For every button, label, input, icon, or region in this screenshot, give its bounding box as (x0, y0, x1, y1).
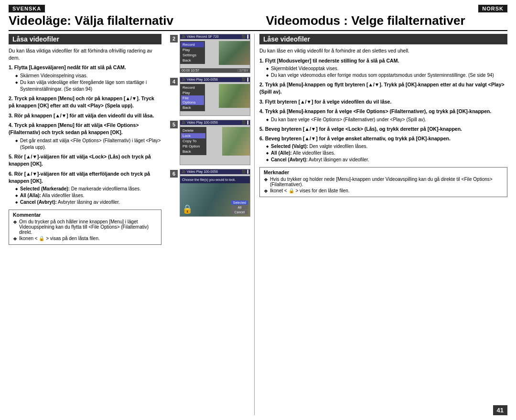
screen-2-bottom: 00:00 10:57 □STBY (180, 68, 250, 73)
left-item-5: 5. Rör [▲/▼]-väljaren för att välja <Loc… (9, 153, 161, 168)
screen-2-frame: 🎥 Video Record SF 720 ⬛▐ Record Play Set… (180, 34, 250, 73)
screen-2-image (219, 41, 250, 65)
screen-4-menu-play: Play (181, 90, 204, 95)
left-item-1: 1. Flytta [Lägesväljaren] nedåt för att … (9, 64, 161, 92)
screen-4-menu: Record Play File Options Back (180, 84, 205, 111)
right-intro: Du kan låse en viktig videofil for å for… (259, 47, 507, 54)
screen-2-menu-play: Play (181, 47, 204, 52)
right-comment-2: ❖ Ikonet < 🔒 > vises for den låste filen… (264, 188, 503, 194)
diamond-icon-1: ❖ (13, 220, 17, 225)
title-right: Videomodus : Velge filalternativer (258, 13, 508, 28)
page-number: 41 (493, 405, 507, 415)
screen-5-menu-delete: Delete (181, 128, 205, 133)
screen-2-menu-settings: Settings (181, 52, 204, 58)
screen-2-menu: Record Play Settings Back (180, 41, 205, 64)
right-item-5: 5. Beveg bryteren [▲/▼] for å velge <Loc… (259, 126, 507, 133)
right-item-1: 1. Flytt [Modusvelger] til nederste stil… (259, 57, 507, 79)
right-column: Låse videofiler Du kan låse en viktig vi… (255, 34, 507, 415)
screen-item-2: 2 🎥 Video Record SF 720 ⬛▐ Record Play S… (170, 34, 250, 73)
left-item-6: 6. Rör [▲/▼]-väljaren för att välja efte… (9, 170, 161, 206)
screen-5-topbar: 🎥 Video Play 100-0056 ⬛▐ (180, 120, 250, 125)
right-comment-1: ❖ Hvis du trykker og holder nede [Menu]-… (264, 177, 503, 187)
screen-5-menu-pboption: PB Option (181, 144, 205, 149)
diamond-icon-4: ❖ (264, 189, 268, 194)
left-item-4: 4. Tryck på knappen [Menu] för att välja… (9, 122, 161, 151)
left-comment-1: ❖ Om du trycker på och håller inne knapp… (13, 219, 157, 235)
screen-item-5: 5 🎥 Video Play 100-0056 ⬛▐ Delete Lock C… (170, 120, 250, 165)
title-row: Videoläge: Välja filalternativ Videomodu… (9, 13, 507, 31)
title-left: Videoläge: Välja filalternativ (9, 13, 250, 28)
screen-2-menu-back: Back (181, 58, 204, 63)
screen-4-menu-record: Record (181, 85, 204, 90)
step-6: 6 (170, 170, 178, 178)
screen-item-4: 4 🎥 Video Play 100-0056 ⬛▐ Record Play F… (170, 77, 250, 116)
diamond-icon-2: ❖ (13, 236, 17, 242)
left-comment-title: Kommentar (13, 212, 157, 218)
right-item-6: 6. Beveg bryteren [▲/▼] for å velge ønsk… (259, 135, 507, 163)
left-item-3: 3. Rör på knappen [▲/▼] för att välja de… (9, 112, 161, 119)
left-item-2: 2. Tryck på knappen [Menu] och rör på kn… (9, 95, 161, 110)
badge-svenska: SVENSKA (9, 5, 45, 12)
left-comment-2: ❖ Ikonen < 🔒 > visas på den låsta filen. (13, 236, 157, 242)
right-comment-box: Merknader ❖ Hvis du trykker og holder ne… (259, 167, 507, 197)
screen-5-frame: 🎥 Video Play 100-0056 ⬛▐ Delete Lock Cop… (180, 120, 250, 165)
screen-4-menu-back: Back (181, 105, 204, 110)
screen-5-image (222, 127, 250, 156)
step-2: 2 (170, 35, 178, 42)
lock-icon: 🔒 (182, 204, 193, 214)
screen-2-topbar: 🎥 Video Record SF 720 ⬛▐ (180, 34, 250, 39)
right-item-3: 3. Flytt bryteren [▲/▼] for å velge vide… (259, 98, 507, 105)
right-comment-title: Merknader (264, 169, 503, 175)
screen-2-menu-record: Record (181, 42, 204, 47)
screen-5-menu-back: Back (181, 149, 205, 154)
screen-6-btn-selected: Selected (231, 200, 248, 205)
right-heading: Låse videofiler (259, 34, 507, 44)
screen-4-topbar: 🎥 Video Play 100-0056 ⬛▐ (180, 77, 250, 82)
screen-item-6: 6 🎥 Video Play 100-0056 ⬛▐ Choose the fi… (170, 169, 250, 217)
page-container: SVENSKA NORSK Videoläge: Välja filaltern… (0, 0, 516, 420)
left-comment-box: Kommentar ❖ Om du trycker på och håller … (9, 210, 161, 245)
screen-5-menu-lock: Lock (181, 133, 205, 138)
screen-6-choose-text: Choose the file(s) you would to lock. (180, 176, 250, 183)
screen-6-btn-all: All (231, 205, 248, 210)
left-heading: Låsa videofiler (9, 34, 161, 44)
left-intro: Du kan låsa viktiga videofiler för att f… (9, 47, 161, 61)
screen-5-menu-copyto: Copy To (181, 138, 205, 144)
screen-6-btn-cancel: Cancel (231, 210, 248, 214)
right-item-2: 2. Trykk på [Menu]-knappen og flytt bryt… (259, 81, 507, 96)
step-4: 4 (170, 78, 178, 85)
screen-6-topbar: 🎥 Video Play 100-0056 ⬛▐ (180, 169, 250, 174)
screen-4-menu-fileoptions: File Options (181, 95, 204, 105)
step-5: 5 (170, 121, 178, 128)
left-column: Låsa videofiler Du kan låsa viktiga vide… (9, 34, 166, 415)
content-area: Låsa videofiler Du kan låsa viktiga vide… (9, 34, 507, 415)
screen-4-frame: 🎥 Video Play 100-0056 ⬛▐ Record Play Fil… (180, 77, 250, 116)
diamond-icon-3: ❖ (264, 177, 268, 182)
screen-5-menu: Delete Lock Copy To PB Option Back (180, 127, 206, 155)
screen-6-frame: 🎥 Video Play 100-0056 ⬛▐ Choose the file… (180, 169, 250, 217)
screen-6-buttons: Selected All Cancel (231, 200, 248, 214)
badge-norsk: NORSK (478, 5, 507, 12)
screen-4-image (219, 84, 250, 108)
right-item-4: 4. Trykk på [Menu]-knappen for å velge <… (259, 108, 507, 123)
language-badges: SVENSKA NORSK (9, 5, 507, 12)
screenshots-column: 2 🎥 Video Record SF 720 ⬛▐ Record Play S… (166, 34, 255, 415)
